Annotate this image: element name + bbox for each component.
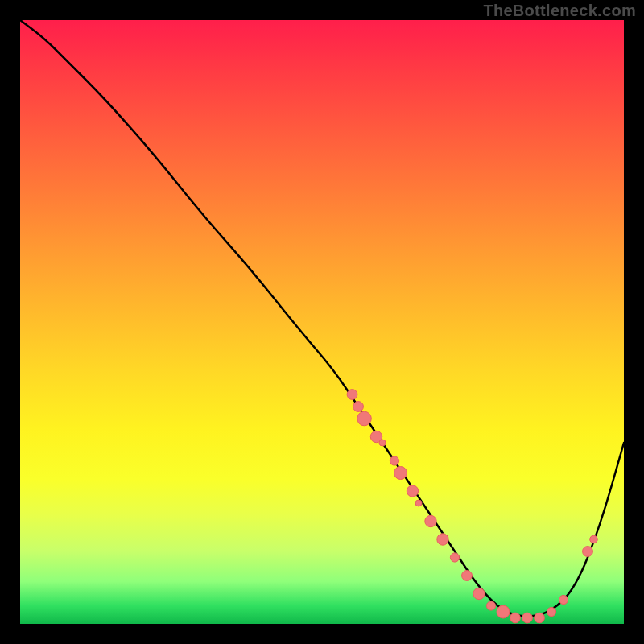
watermark-text: TheBottleneck.com xyxy=(483,2,636,20)
data-marker xyxy=(486,601,495,610)
data-marker xyxy=(510,613,521,623)
data-marker xyxy=(425,515,436,526)
data-marker xyxy=(415,500,422,506)
data-marker xyxy=(462,571,473,581)
data-marker xyxy=(379,440,386,446)
plot-area xyxy=(20,20,624,624)
data-marker xyxy=(590,535,598,543)
data-marker xyxy=(535,613,545,623)
data-marker xyxy=(583,547,593,557)
data-marker xyxy=(407,485,418,497)
data-marker xyxy=(473,588,485,599)
data-marker xyxy=(522,613,533,623)
data-marker xyxy=(390,456,398,465)
data-marker xyxy=(497,605,510,618)
data-marker xyxy=(559,595,568,604)
data-marker xyxy=(353,402,364,412)
data-markers xyxy=(347,390,597,623)
bottleneck-curve xyxy=(20,20,624,617)
chart-frame: TheBottleneck.com xyxy=(0,0,644,644)
data-marker xyxy=(547,607,555,616)
data-marker xyxy=(394,467,407,480)
chart-overlay xyxy=(20,20,624,624)
data-marker xyxy=(347,390,357,400)
data-marker xyxy=(450,553,459,562)
data-marker xyxy=(357,411,372,426)
data-marker xyxy=(437,534,448,545)
